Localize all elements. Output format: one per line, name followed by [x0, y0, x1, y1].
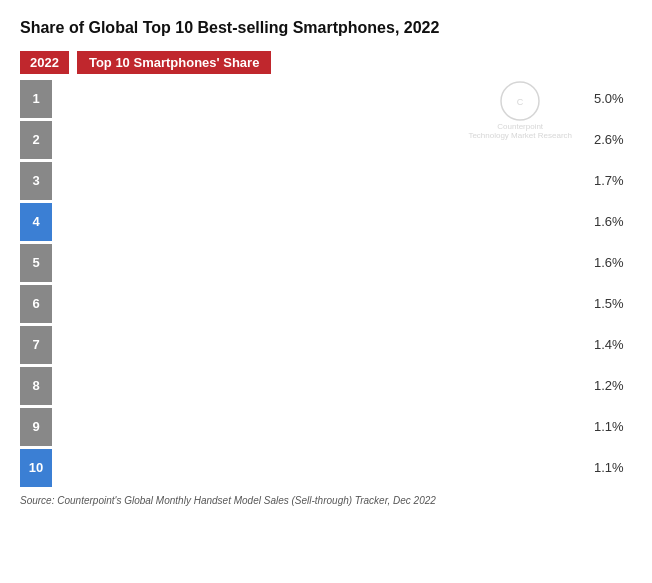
table-row: 4Samsung Galaxy A131.6% — [20, 203, 632, 241]
bar-fill: Samsung Galaxy A13 — [54, 203, 175, 241]
rank-cell: 9 — [20, 408, 52, 446]
bar-wrap: Apple iPhone 13 — [54, 80, 586, 118]
bar-fill: Apple iPhone 13 Pro — [54, 244, 175, 282]
rank-cell: 5 — [20, 244, 52, 282]
rank-cell: 1 — [20, 80, 52, 118]
bar-fill: Apple iPhone 14 Pro Max — [54, 162, 184, 200]
bar-wrap: Apple iPhone 14 Pro — [54, 367, 586, 405]
phone-name: Apple iPhone 12 — [64, 289, 166, 319]
table-row: 8Apple iPhone 14 Pro1.2% — [20, 367, 632, 405]
bar-fill: Apple iPhone 14 Pro — [54, 367, 145, 405]
pct-label: 1.6% — [594, 214, 632, 229]
rank-cell: 3 — [20, 162, 52, 200]
bar-wrap: Apple iPhone 14 Pro Max — [54, 162, 586, 200]
bar-wrap: Apple iPhone 13 Pro — [54, 244, 586, 282]
bar-fill: Apple iPhone SE 2022 — [54, 408, 136, 446]
bar-fill: Apple iPhone 13 — [54, 80, 434, 118]
table-row: 6Apple iPhone 121.5% — [20, 285, 632, 323]
table-row: 10Samsung Galaxy A031.1% — [20, 449, 632, 487]
phone-name: Apple iPhone 13 Pro Max — [64, 132, 221, 147]
rank-cell: 4 — [20, 203, 52, 241]
bar-wrap: Apple iPhone 12 — [54, 285, 586, 323]
source-text: Source: Counterpoint's Global Monthly Ha… — [20, 495, 632, 506]
bar-wrap: Samsung Galaxy A13 — [54, 203, 586, 241]
phone-name: Apple iPhone SE 2022 — [64, 404, 136, 449]
table-row: 1Apple iPhone 135.0% — [20, 80, 632, 118]
bar-wrap: Apple iPhone SE 2022 — [54, 408, 586, 446]
rank-cell: 10 — [20, 449, 52, 487]
chart-rows: 1Apple iPhone 135.0%2Apple iPhone 13 Pro… — [20, 80, 632, 487]
phone-name: Apple iPhone 13 — [64, 91, 169, 106]
rank-cell: 6 — [20, 285, 52, 323]
header-row: 2022 Top 10 Smartphones' Share — [20, 51, 632, 74]
pct-label: 1.4% — [594, 337, 632, 352]
bar-wrap: Apple iPhone 14 — [54, 326, 586, 364]
rank-cell: 7 — [20, 326, 52, 364]
pct-label: 1.1% — [594, 460, 632, 475]
bar-fill: Apple iPhone 13 Pro Max — [54, 121, 253, 159]
pct-label: 1.6% — [594, 255, 632, 270]
pct-label: 5.0% — [594, 91, 632, 106]
phone-name: Apple iPhone 14 Pro Max — [64, 166, 184, 196]
table-row: 3Apple iPhone 14 Pro Max1.7% — [20, 162, 632, 200]
phone-name: Apple iPhone 14 — [64, 330, 158, 360]
pct-label: 1.2% — [594, 378, 632, 393]
rank-cell: 8 — [20, 367, 52, 405]
pct-label: 1.1% — [594, 419, 632, 434]
year-badge: 2022 — [20, 51, 69, 74]
bar-wrap: Samsung Galaxy A03 — [54, 449, 586, 487]
pct-label: 2.6% — [594, 132, 632, 147]
table-row: 7Apple iPhone 141.4% — [20, 326, 632, 364]
bar-fill: Apple iPhone 12 — [54, 285, 166, 323]
table-row: 2Apple iPhone 13 Pro Max2.6% — [20, 121, 632, 159]
table-row: 9Apple iPhone SE 20221.1% — [20, 408, 632, 446]
bar-fill: Samsung Galaxy A03 — [54, 449, 136, 487]
phone-name: Apple iPhone 14 Pro — [64, 363, 145, 408]
bar-wrap: Apple iPhone 13 Pro Max — [54, 121, 586, 159]
phone-name: Apple iPhone 13 Pro — [64, 248, 175, 278]
bar-fill: Apple iPhone 14 — [54, 326, 158, 364]
chart-title: Share of Global Top 10 Best-selling Smar… — [20, 18, 632, 39]
pct-label: 1.7% — [594, 173, 632, 188]
header-label: Top 10 Smartphones' Share — [77, 51, 271, 74]
phone-name: Samsung Galaxy A13 — [64, 207, 175, 237]
pct-label: 1.5% — [594, 296, 632, 311]
phone-name: Samsung Galaxy A03 — [64, 445, 136, 490]
rank-cell: 2 — [20, 121, 52, 159]
table-row: 5Apple iPhone 13 Pro1.6% — [20, 244, 632, 282]
